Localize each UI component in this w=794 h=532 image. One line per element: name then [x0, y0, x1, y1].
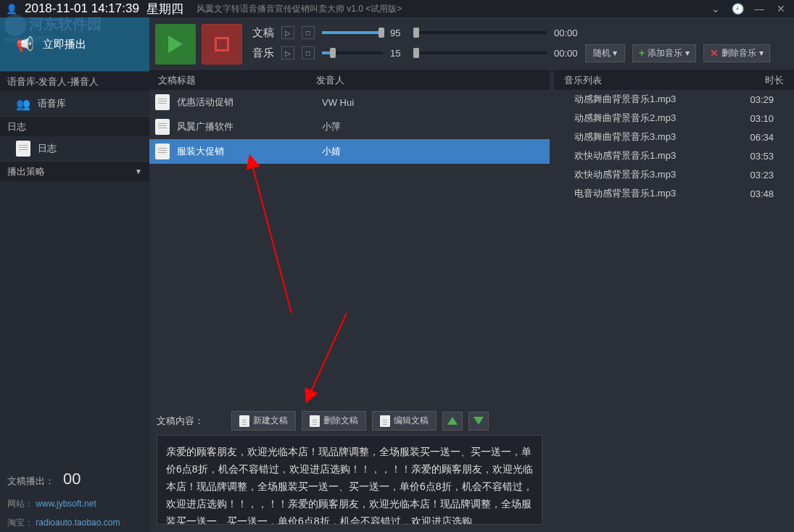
- megaphone-icon: 📢: [16, 36, 34, 53]
- users-icon: 👥: [16, 97, 30, 111]
- music-row[interactable]: 动感舞曲背景音乐3.mp306:34: [554, 128, 794, 146]
- music-name: 欢快动感背景音乐1.mp3: [574, 149, 750, 162]
- script-control-row: 文稿 ▷ □ 95 00:00: [248, 26, 788, 40]
- music-duration: 03:23: [750, 170, 774, 180]
- voice-section-header[interactable]: 语音库-发音人-播音人: [0, 71, 149, 91]
- music-row[interactable]: 动感舞曲背景音乐2.mp303:10: [554, 109, 794, 128]
- delete-music-button[interactable]: ✕删除音乐 ▾: [703, 44, 770, 62]
- music-row[interactable]: 欢快动感背景音乐1.mp303:53: [554, 146, 794, 165]
- music-name: 动感舞曲背景音乐2.mp3: [574, 112, 750, 125]
- stop-icon: [215, 37, 229, 51]
- website-link[interactable]: www.jybsoft.net: [36, 499, 96, 509]
- music-control-row: 音乐 ▷ □ 15 00:00 随机 ▾ +添加音乐 ▾ ✕删除音乐 ▾: [248, 44, 788, 62]
- script-title: 风翼广播软件: [177, 120, 315, 133]
- script-row[interactable]: 优惠活动促销VW Hui: [149, 90, 550, 115]
- document-icon: [155, 94, 170, 110]
- music-duration: 06:34: [750, 132, 774, 143]
- broadcast-now-button[interactable]: 📢 立即播出: [0, 17, 149, 71]
- plus-icon: +: [639, 47, 645, 59]
- script-voice: 小萍: [322, 120, 341, 133]
- script-list[interactable]: 优惠活动促销VW Hui风翼广播软件小萍服装大促销小婧: [149, 90, 550, 405]
- music-name: 动感舞曲背景音乐3.mp3: [574, 130, 750, 144]
- taobao-link-row: 淘宝： radioauto.taobao.com: [0, 513, 149, 532]
- day-of-week: 星期四: [146, 1, 183, 17]
- script-list-header: 文稿标题 发音人: [149, 71, 550, 90]
- music-name: 欢快动感背景音乐3.mp3: [574, 168, 750, 181]
- play-button[interactable]: [155, 24, 196, 65]
- sidebar-item-voice-library[interactable]: 👥 语音库: [0, 91, 149, 116]
- music-play-mini[interactable]: ▷: [281, 46, 294, 59]
- script-title: 优惠活动促销: [177, 96, 315, 109]
- document-icon: [16, 141, 30, 157]
- music-list-header: 音乐列表 时长: [554, 71, 794, 90]
- script-title: 服装大促销: [177, 145, 315, 158]
- move-down-button[interactable]: [468, 412, 489, 431]
- arrow-down-icon: [473, 417, 484, 425]
- chevron-down-icon: ▼: [135, 167, 142, 175]
- script-voice: VW Hui: [322, 97, 354, 108]
- music-duration: 03:53: [750, 151, 774, 162]
- document-icon: [155, 144, 170, 159]
- edit-script-button[interactable]: 编辑文稿: [372, 411, 437, 431]
- script-stop-mini[interactable]: □: [302, 26, 315, 39]
- music-list[interactable]: 动感舞曲背景音乐1.mp303:29动感舞曲背景音乐2.mp303:10动感舞曲…: [554, 90, 794, 532]
- script-row[interactable]: 服装大促销小婧: [149, 139, 550, 164]
- music-panel: 音乐列表 时长 动感舞曲背景音乐1.mp303:29动感舞曲背景音乐2.mp30…: [554, 71, 794, 532]
- sidebar-item-log[interactable]: 日志: [0, 136, 149, 161]
- music-row[interactable]: 动感舞曲背景音乐1.mp303:29: [554, 90, 794, 109]
- music-name: 动感舞曲背景音乐1.mp3: [574, 93, 750, 106]
- log-section-header[interactable]: 日志: [0, 116, 149, 136]
- add-music-button[interactable]: +添加音乐 ▾: [632, 44, 696, 62]
- dropdown-icon[interactable]: ⌄: [708, 1, 723, 16]
- music-row[interactable]: 欢快动感背景音乐3.mp303:23: [554, 165, 794, 184]
- app-title: 风翼文字转语音播音宣传促销叫卖大师 v1.0 <试用版>: [197, 3, 402, 15]
- script-play-mini[interactable]: ▷: [281, 26, 294, 39]
- music-duration: 03:10: [750, 113, 774, 124]
- music-stop-mini[interactable]: □: [302, 46, 315, 59]
- broadcast-count: 文稿播出： 00: [0, 464, 149, 494]
- broadcast-label: 立即播出: [43, 38, 86, 51]
- script-progress-slider[interactable]: [413, 31, 547, 34]
- document-icon: [380, 415, 390, 427]
- music-progress-slider[interactable]: [413, 51, 547, 54]
- shuffle-button[interactable]: 随机 ▾: [585, 44, 625, 62]
- stop-button[interactable]: [202, 24, 242, 65]
- music-duration: 03:48: [750, 188, 774, 199]
- arrow-up-icon: [447, 417, 458, 425]
- delete-script-button[interactable]: 删除文稿: [302, 411, 366, 431]
- minimize-button[interactable]: —: [752, 1, 766, 16]
- site-link-row: 网站： www.jybsoft.net: [0, 494, 149, 513]
- taobao-link[interactable]: radioauto.taobao.com: [36, 518, 120, 528]
- titlebar: 👤 2018-11-01 14:17:39 星期四 风翼文字转语音播音宣传促销叫…: [0, 0, 794, 17]
- x-icon: ✕: [710, 47, 719, 59]
- close-button[interactable]: ✕: [774, 1, 788, 16]
- user-icon: 👤: [6, 4, 17, 14]
- script-voice: 小婧: [322, 145, 341, 158]
- script-content-area: 文稿内容： 新建文稿 删除文稿 编辑文稿 亲爱的顾客朋友，欢迎光临本店！现品牌调…: [149, 405, 550, 532]
- script-content-text[interactable]: 亲爱的顾客朋友，欢迎光临本店！现品牌调整，全场服装买一送一、买一送一，单价6点8…: [157, 435, 542, 525]
- music-row[interactable]: 电音动感背景音乐1.mp303:48: [554, 184, 794, 203]
- script-volume-slider[interactable]: [322, 31, 383, 34]
- toolbar: 文稿 ▷ □ 95 00:00 音乐 ▷ □: [149, 17, 794, 71]
- document-icon: [310, 415, 320, 427]
- sidebar: 📢 立即播出 语音库-发音人-播音人 👥 语音库 日志 日志 播出策略 ▼ 文稿…: [0, 17, 149, 532]
- document-icon: [239, 415, 249, 427]
- clock-icon[interactable]: 🕘: [730, 1, 745, 16]
- move-up-button[interactable]: [442, 412, 463, 431]
- document-icon: [155, 119, 170, 135]
- new-script-button[interactable]: 新建文稿: [231, 411, 296, 431]
- music-volume-slider[interactable]: [322, 51, 383, 54]
- datetime: 2018-11-01 14:17:39: [25, 1, 139, 16]
- music-name: 电音动感背景音乐1.mp3: [574, 187, 750, 200]
- script-row[interactable]: 风翼广播软件小萍: [149, 115, 550, 139]
- script-panel: 文稿标题 发音人 优惠活动促销VW Hui风翼广播软件小萍服装大促销小婧 文稿内…: [149, 71, 550, 532]
- music-duration: 03:29: [750, 94, 774, 105]
- strategy-section-header[interactable]: 播出策略 ▼: [0, 161, 149, 181]
